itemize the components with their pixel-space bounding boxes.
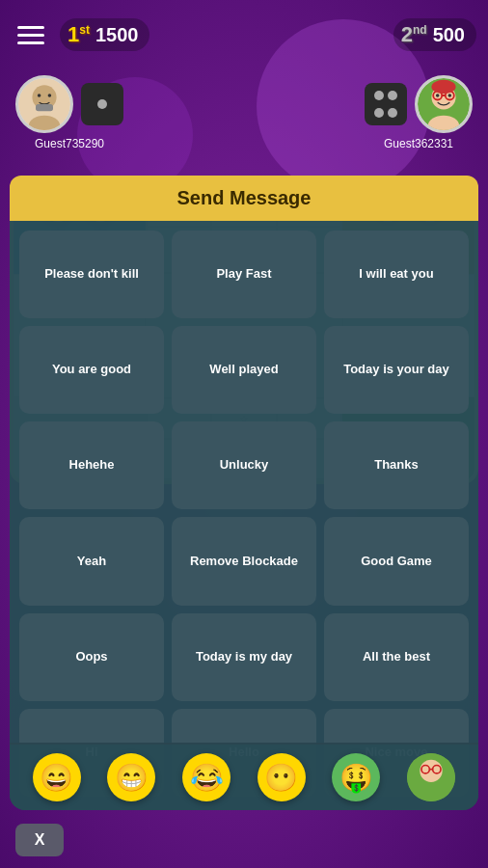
msg-btn-12[interactable]: Oops xyxy=(19,613,164,701)
msg-btn-14[interactable]: All the best xyxy=(324,613,469,701)
player2-score-value: 500 xyxy=(433,24,465,46)
msg-btn-8[interactable]: Thanks xyxy=(324,421,469,509)
msg-btn-9[interactable]: Yeah xyxy=(19,517,164,605)
player1-info xyxy=(15,75,123,133)
emoji-money[interactable]: 🤑 xyxy=(332,753,380,801)
msg-btn-7[interactable]: Unlucky xyxy=(172,421,316,509)
svg-point-14 xyxy=(431,80,455,94)
msg-btn-11[interactable]: Good Game xyxy=(324,517,469,605)
emoji-laugh[interactable]: 😂 xyxy=(182,753,230,801)
svg-point-12 xyxy=(436,94,440,97)
player1-rank: 1st xyxy=(68,22,90,47)
close-button[interactable]: X xyxy=(15,824,64,856)
msg-btn-3[interactable]: You are good xyxy=(19,326,164,414)
emoji-avatar-partial xyxy=(407,753,455,801)
svg-point-13 xyxy=(448,94,452,97)
menu-button[interactable] xyxy=(12,15,50,54)
msg-btn-4[interactable]: Well played xyxy=(172,326,316,414)
player1-score-block: 1st 1500 xyxy=(60,18,149,51)
player2-score-block: 2nd 500 xyxy=(393,18,476,51)
msg-btn-2[interactable]: I will eat you xyxy=(324,231,469,318)
emoji-neutral[interactable]: 😶 xyxy=(258,753,306,801)
player-left: Guest735290 xyxy=(15,75,123,150)
player1-avatar xyxy=(15,75,73,133)
bottom-bar: X xyxy=(0,812,488,868)
emoji-grin[interactable]: 😁 xyxy=(107,753,155,801)
player2-name: Guest362331 xyxy=(384,137,453,150)
emoji-smile[interactable]: 😄 xyxy=(33,753,81,801)
svg-point-3 xyxy=(38,94,41,97)
player1-dice xyxy=(81,83,123,125)
message-grid: Please don't kill Play Fast I will eat y… xyxy=(10,221,478,800)
msg-btn-1[interactable]: Play Fast xyxy=(172,231,316,318)
msg-btn-10[interactable]: Remove Blockade xyxy=(172,517,316,605)
player2-dice xyxy=(365,83,407,125)
message-header: Send Message xyxy=(10,176,478,221)
message-title: Send Message xyxy=(177,187,312,208)
msg-btn-6[interactable]: Hehehe xyxy=(19,421,164,509)
player2-avatar xyxy=(415,75,473,133)
player1-name: Guest735290 xyxy=(35,137,104,150)
top-bar: 1st 1500 2nd 500 xyxy=(0,0,488,69)
msg-btn-5[interactable]: Today is your day xyxy=(324,326,469,414)
svg-point-4 xyxy=(48,94,52,97)
emoji-row: 😄 😁 😂 😶 🤑 xyxy=(10,743,478,810)
svg-point-16 xyxy=(420,760,442,782)
player2-info xyxy=(365,75,473,133)
player-right: Guest362331 xyxy=(365,75,473,150)
player2-rank: 2nd xyxy=(401,22,427,47)
message-overlay: Send Message Please don't kill Play Fast… xyxy=(10,176,478,810)
svg-rect-5 xyxy=(36,104,53,111)
msg-btn-13[interactable]: Today is my day xyxy=(172,613,316,701)
player1-score-value: 1500 xyxy=(95,24,139,46)
msg-btn-0[interactable]: Please don't kill xyxy=(19,231,164,318)
player-area: Guest735290 xyxy=(0,69,488,176)
